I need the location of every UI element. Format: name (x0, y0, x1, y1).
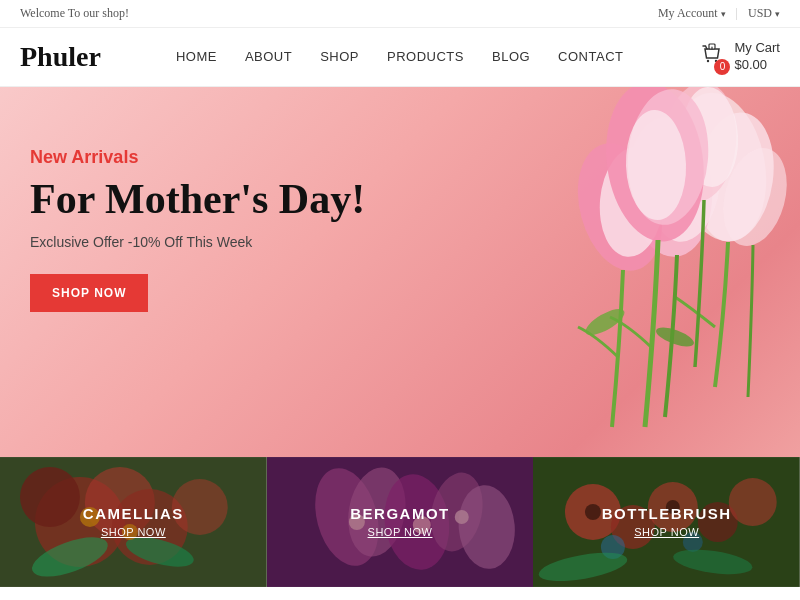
bottlebrush-shop-now[interactable]: SHOP NOW (634, 526, 699, 538)
top-bar: Welcome To our shop! My Account ▾ | USD … (0, 0, 800, 28)
site-logo[interactable]: Phuler (20, 41, 101, 73)
camellias-title: CAMELLIAS (83, 505, 184, 522)
divider: | (736, 6, 738, 21)
header: Phuler HOME ABOUT SHOP PRODUCTS BLOG CON… (0, 28, 800, 87)
bottlebrush-title: BOTTLEBRUSH (602, 505, 732, 522)
nav-about[interactable]: ABOUT (245, 49, 292, 64)
cart-icon-wrap: 0 (698, 41, 726, 73)
hero-content: New Arrivals For Mother's Day! Exclusive… (30, 147, 365, 312)
cart-title: My Cart (734, 40, 780, 57)
top-bar-right: My Account ▾ | USD ▾ (658, 6, 780, 21)
hero-flowers (360, 87, 800, 457)
shop-now-button[interactable]: SHOP NOW (30, 274, 148, 312)
cart-badge: 0 (714, 59, 730, 75)
cart-label: My Cart $0.00 (734, 40, 780, 74)
bergamot-overlay: BERGAMOT SHOP NOW (267, 457, 534, 587)
nav-products[interactable]: PRODUCTS (387, 49, 464, 64)
hero-tag: New Arrivals (30, 147, 365, 168)
currency-label: USD (748, 6, 772, 21)
account-label: My Account (658, 6, 718, 21)
nav-blog[interactable]: BLOG (492, 49, 530, 64)
currency-chevron-icon: ▾ (775, 9, 780, 19)
cart-button[interactable]: 0 My Cart $0.00 (698, 40, 780, 74)
svg-point-0 (707, 60, 709, 62)
category-camellias[interactable]: CAMELLIAS SHOP NOW (0, 457, 267, 587)
hero-section: New Arrivals For Mother's Day! Exclusive… (0, 87, 800, 457)
cart-price: $0.00 (734, 57, 780, 74)
bergamot-title: BERGAMOT (350, 505, 450, 522)
nav-shop[interactable]: SHOP (320, 49, 359, 64)
account-chevron-icon: ▾ (721, 9, 726, 19)
bergamot-shop-now[interactable]: SHOP NOW (368, 526, 433, 538)
welcome-text: Welcome To our shop! (20, 6, 129, 21)
camellias-overlay: CAMELLIAS SHOP NOW (0, 457, 267, 587)
main-nav: HOME ABOUT SHOP PRODUCTS BLOG CONTACT (176, 49, 624, 64)
category-section: CAMELLIAS SHOP NOW BERGAMOT SHOP NOW (0, 457, 800, 587)
nav-contact[interactable]: CONTACT (558, 49, 623, 64)
currency-selector[interactable]: USD ▾ (748, 6, 780, 21)
nav-home[interactable]: HOME (176, 49, 217, 64)
svg-point-16 (654, 323, 696, 350)
hero-title: For Mother's Day! (30, 176, 365, 222)
category-bergamot[interactable]: BERGAMOT SHOP NOW (267, 457, 534, 587)
bottlebrush-overlay: BOTTLEBRUSH SHOP NOW (533, 457, 800, 587)
hero-subtitle: Exclusive Offer -10% Off This Week (30, 234, 365, 250)
my-account-button[interactable]: My Account ▾ (658, 6, 726, 21)
category-bottlebrush[interactable]: BOTTLEBRUSH SHOP NOW (533, 457, 800, 587)
camellias-shop-now[interactable]: SHOP NOW (101, 526, 166, 538)
